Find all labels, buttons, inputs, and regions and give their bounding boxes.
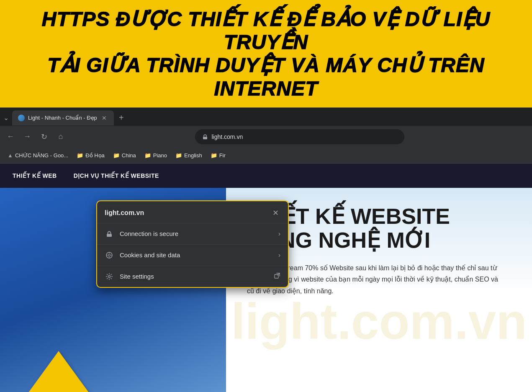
up-arrow-head: [25, 351, 92, 392]
tab-close-button[interactable]: ✕: [100, 114, 108, 122]
watermark-logo: light.com.vn: [231, 292, 527, 350]
website-left-panel: light.com.vn ✕ Connection is secure ›: [0, 188, 226, 392]
site-nav-thiet-ke-web[interactable]: THIẾT KẾ WEB: [13, 172, 57, 179]
home-button[interactable]: ⌂: [54, 131, 67, 143]
bookmark-label: CHỨC NĂNG - Goo...: [15, 152, 68, 159]
bookmark-item-piano[interactable]: 📁 Piano: [141, 151, 170, 160]
bookmark-label-5: Fir: [219, 152, 226, 159]
tab-title: Light - Nhanh - Chuẩn - Đẹp: [28, 115, 97, 121]
folder-icon-5: 📁: [211, 152, 217, 159]
popup-item-left: Connection is secure: [105, 229, 178, 238]
site-info-popup: light.com.vn ✕ Connection is secure ›: [96, 200, 289, 288]
website-nav-bar: THIẾT KẾ WEB DỊCH VỤ THIẾT KẾ WEBSITE: [0, 164, 532, 188]
popup-domain: light.com.vn: [105, 209, 144, 217]
popup-close-button[interactable]: ✕: [270, 208, 280, 218]
bookmark-label-3: Piano: [153, 152, 167, 159]
bookmark-item-drive[interactable]: ▲ CHỨC NĂNG - Goo...: [4, 151, 72, 160]
folder-icon-4: 📁: [175, 152, 182, 159]
lock-icon: [202, 133, 208, 140]
popup-chevron-0: ›: [278, 230, 280, 238]
browser-chrome: ⌄ Light - Nhanh - Chuẩn - Đẹp ✕ + ← → ↻ …: [0, 108, 532, 164]
popup-item-connection[interactable]: Connection is secure ›: [97, 223, 288, 245]
bookmark-label-4: English: [184, 152, 202, 159]
popup-settings-label: Site settings: [120, 273, 154, 280]
bookmark-item-fir[interactable]: 📁 Fir: [207, 151, 229, 160]
bookmark-item-china[interactable]: 📁 China: [110, 151, 139, 160]
svg-point-3: [108, 254, 111, 256]
new-tab-button[interactable]: +: [116, 112, 127, 124]
forward-button[interactable]: →: [21, 131, 33, 143]
url-bar[interactable]: light.com.vn: [195, 129, 404, 144]
folder-icon-3: 📁: [144, 152, 151, 159]
popup-external-icon: [274, 272, 280, 280]
settings-icon: [105, 272, 114, 281]
svg-point-8: [108, 275, 111, 277]
refresh-button[interactable]: ↻: [38, 131, 50, 143]
tab-bar: ⌄ Light - Nhanh - Chuẩn - Đẹp ✕ +: [0, 108, 532, 126]
folder-icon-2: 📁: [113, 152, 120, 159]
tab-list-chevron[interactable]: ⌄: [3, 114, 9, 122]
website-content: light.com.vn ✕ Connection is secure ›: [0, 188, 532, 392]
bookmark-label-1: Đồ Họa: [85, 152, 105, 159]
cookies-icon: [105, 251, 114, 260]
bookmark-item-dohos[interactable]: 📁 Đồ Họa: [73, 151, 108, 160]
url-text: light.com.vn: [212, 133, 243, 140]
popup-item-left-settings: Site settings: [105, 272, 154, 281]
svg-rect-0: [203, 137, 207, 139]
bookmark-label-2: China: [122, 152, 136, 159]
arrow-container: [25, 351, 92, 392]
active-tab[interactable]: Light - Nhanh - Chuẩn - Đẹp ✕: [12, 110, 114, 126]
tab-favicon: [18, 115, 25, 121]
lock-icon: [105, 229, 114, 238]
back-button[interactable]: ←: [4, 131, 17, 143]
drive-icon: ▲: [8, 152, 13, 159]
popup-item-cookies[interactable]: Cookies and site data ›: [97, 245, 288, 266]
svg-rect-1: [107, 234, 112, 237]
folder-icon-1: 📁: [77, 152, 83, 159]
popup-connection-label: Connection is secure: [120, 230, 178, 237]
popup-item-settings[interactable]: Site settings: [97, 266, 288, 287]
popup-chevron-1: ›: [278, 251, 280, 259]
popup-cookies-label: Cookies and site data: [120, 251, 180, 259]
bookmark-item-english[interactable]: 📁 English: [172, 151, 206, 160]
address-bar: ← → ↻ ⌂ light.com.vn: [0, 126, 532, 148]
popup-header: light.com.vn ✕: [97, 201, 288, 223]
bookmarks-bar: ▲ CHỨC NĂNG - Goo... 📁 Đồ Họa 📁 China 📁 …: [0, 148, 532, 164]
top-banner: HTTPS ĐƯỢC THIẾT KẾ ĐỂ BẢO VỆ DỮ LIỆU TR…: [0, 0, 532, 108]
popup-item-left-cookies: Cookies and site data: [105, 251, 180, 260]
site-nav-dich-vu[interactable]: DỊCH VỤ THIẾT KẾ WEBSITE: [74, 172, 159, 179]
banner-title: HTTPS ĐƯỢC THIẾT KẾ ĐỂ BẢO VỆ DỮ LIỆU TR…: [13, 8, 519, 100]
